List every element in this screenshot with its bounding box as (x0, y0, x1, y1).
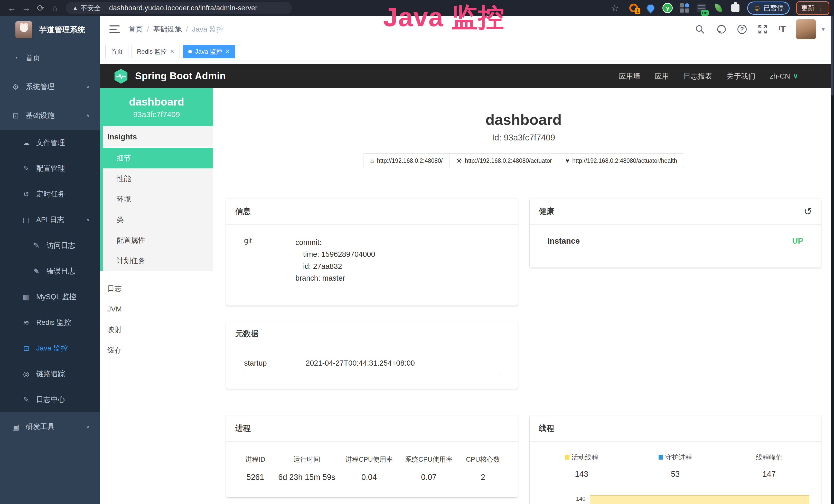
endpoint-actuator-button[interactable]: ⚒ http://192.168.0.2:48080/actuator (449, 153, 559, 168)
extensions-puzzle-icon[interactable] (730, 3, 741, 13)
sba-item-details[interactable]: 细节 (100, 148, 213, 168)
endpoint-buttons: ⌂ http://192.168.0.2:48080/ ⚒ http://192… (226, 153, 821, 168)
browser-back-icon[interactable]: ← (5, 3, 19, 13)
browser-reload-icon[interactable]: ⟳ (34, 3, 48, 13)
sidebar-item-label: 系统管理 (26, 82, 54, 92)
sba-nav-wall[interactable]: 应用墙 (619, 71, 640, 81)
address-bar[interactable]: ▲ 不安全 dashboard.yudao.iocoder.cn/infra/a… (66, 2, 292, 14)
github-icon[interactable] (716, 24, 727, 35)
extension-leaf-icon[interactable] (713, 3, 724, 13)
sba-item-caches[interactable]: 缓存 (100, 340, 213, 361)
breadcrumb-home[interactable]: 首页 (128, 24, 143, 34)
spring-boot-admin-frame: Spring Boot Admin 应用墙 应用 日志报表 关于我们 zh-CN… (100, 64, 834, 504)
sba-instance-sidebar: dashboard 93a3fc7f7409 Insights 细节 性能 环境… (100, 88, 213, 504)
legend-daemon-threads: 守护进程 (629, 453, 722, 462)
profile-avatar-emoji-icon: ☺ (753, 4, 761, 12)
sidebar-item-file-management[interactable]: ☁ 文件管理 (0, 130, 100, 156)
sba-item-mappings[interactable]: 映射 (100, 319, 213, 340)
health-instance-row[interactable]: Instance UP (548, 236, 804, 254)
extension-pin-icon[interactable] (645, 3, 656, 13)
insights-group: Insights 细节 性能 环境 类 配置属性 计划任务 (100, 126, 213, 271)
sba-locale-select[interactable]: zh-CN ∨ (770, 72, 798, 81)
extension-on-icon[interactable]: on (696, 3, 707, 13)
sidebar-item-home[interactable]: ◔ 首页 (0, 44, 100, 72)
sba-brand[interactable]: Spring Boot Admin (113, 68, 226, 84)
metadata-startup-value: 2021-04-27T00:44:31.254+08:00 (306, 359, 415, 367)
layers-icon: ≋ (22, 318, 30, 327)
sba-item-jvm[interactable]: JVM (100, 299, 213, 319)
user-avatar[interactable] (796, 19, 816, 39)
screen: ← → ⟳ ⌂ ▲ 不安全 dashboard.yudao.iocoder.cn… (0, 0, 834, 504)
browser-update-button[interactable]: 更新 ⋮ (796, 1, 829, 15)
sidebar-item-tracing[interactable]: ◎ 链路追踪 (0, 361, 100, 387)
sidebar-item-dev-tools[interactable]: ▣ 研发工具 ∨ (0, 412, 100, 441)
sidebar-item-system-management[interactable]: ⚙ 系统管理 ∨ (0, 72, 100, 101)
sidebar-item-error-logs[interactable]: ✎ 错误日志 (0, 258, 100, 284)
tab-close-icon[interactable]: ✕ (225, 48, 230, 55)
sba-locale-label: zh-CN (770, 72, 790, 81)
sba-item-environment[interactable]: 环境 (100, 189, 213, 209)
help-icon[interactable]: ? (738, 25, 747, 34)
sidebar-item-label: Redis 监控 (36, 318, 71, 327)
fullscreen-icon[interactable] (757, 24, 768, 35)
sidebar-fold-icon[interactable] (109, 25, 120, 33)
app-logo-row[interactable]: 芋道管理系统 (0, 16, 100, 44)
breadcrumb-separator: / (186, 25, 188, 33)
sba-nav-applications[interactable]: 应用 (655, 71, 669, 81)
security-warning-icon: ▲ (72, 5, 78, 11)
wrench-icon: ⚒ (456, 157, 462, 164)
browser-home-icon[interactable]: ⌂ (48, 3, 62, 13)
sidebar-item-mysql-monitor[interactable]: ▦ MySQL 监控 (0, 284, 100, 310)
health-instance-label: Instance (548, 236, 580, 246)
endpoint-url: http://192.168.0.2:48080/ (377, 157, 443, 164)
sba-item-config-props[interactable]: 配置属性 (100, 230, 213, 251)
eye-icon: ◎ (22, 370, 30, 378)
instance-name: dashboard (129, 96, 184, 108)
sidebar-item-label: 研发工具 (26, 422, 54, 432)
process-value-system-cpu: 0.07 (399, 473, 459, 482)
tab-close-icon[interactable]: ✕ (170, 48, 174, 55)
browser-forward-icon[interactable]: → (19, 3, 34, 13)
avatar-caret-down-icon[interactable]: ▾ (822, 26, 825, 33)
sba-item-metrics[interactable]: 性能 (100, 168, 213, 189)
edit-document-icon: ✎ (32, 267, 41, 275)
sba-nav-journal[interactable]: 日志报表 (683, 71, 712, 81)
sidebar-item-infrastructure[interactable]: ⊡ 基础设施 ∧ (0, 101, 100, 130)
font-size-icon[interactable]: ᵗT (778, 24, 786, 34)
tab-java-monitor[interactable]: Java 监控 ✕ (183, 45, 235, 58)
sba-item-classes[interactable]: 类 (100, 209, 213, 230)
extension-grid-icon[interactable] (679, 3, 690, 13)
health-history-icon[interactable]: ↺ (804, 207, 812, 216)
tab-label: Redis 监控 (137, 47, 167, 56)
window-scrollbar-thumb[interactable] (831, 16, 833, 95)
sidebar-item-java-monitor[interactable]: ⊡ Java 监控 (0, 335, 100, 361)
sidebar-item-label: 错误日志 (46, 266, 75, 276)
endpoint-health-button[interactable]: ♥ http://192.168.0.2:48080/actuator/heal… (559, 153, 684, 168)
tab-home[interactable]: 首页 (105, 45, 128, 58)
bookmark-star-icon[interactable]: ☆ (608, 3, 622, 13)
sba-item-scheduled-tasks[interactable]: 计划任务 (100, 251, 213, 271)
edit-document-icon: ✎ (32, 241, 41, 250)
info-card: 信息 git commit: time: 1596289704000 (226, 199, 518, 305)
search-icon[interactable] (694, 24, 706, 35)
sidebar-item-access-logs[interactable]: ✎ 访问日志 (0, 233, 100, 258)
instance-header: dashboard 93a3fc7f7409 (100, 88, 213, 126)
sidebar-item-log-center[interactable]: ✎ 日志中心 (0, 387, 100, 412)
sba-item-logs[interactable]: 日志 (100, 278, 213, 299)
extension-y-icon[interactable]: y (662, 3, 673, 13)
infrastructure-submenu: ☁ 文件管理 ✎ 配置管理 ↺ 定时任务 ▤ API 日志 ∧ ✎ (0, 130, 100, 412)
tab-label: Java 监控 (195, 47, 222, 56)
breadcrumb-infrastructure[interactable]: 基础设施 (153, 24, 182, 34)
sidebar-item-config-management[interactable]: ✎ 配置管理 (0, 156, 100, 181)
heartbeat-icon: ♥ (566, 157, 569, 164)
sidebar-item-redis-monitor[interactable]: ≋ Redis 监控 (0, 310, 100, 335)
extension-orange-icon[interactable]: 1 (629, 3, 639, 13)
briefcase-icon: ▣ (11, 422, 20, 431)
window-scrollbar[interactable] (831, 16, 834, 504)
sidebar-item-api-logs[interactable]: ▤ API 日志 ∧ (0, 207, 100, 233)
tab-redis-monitor[interactable]: Redis 监控 ✕ (132, 45, 180, 58)
endpoint-home-button[interactable]: ⌂ http://192.168.0.2:48080/ (363, 153, 449, 168)
sba-nav-about[interactable]: 关于我们 (727, 71, 755, 81)
profile-paused-badge[interactable]: ☺ 已暂停 (747, 2, 790, 15)
sidebar-item-scheduled-jobs[interactable]: ↺ 定时任务 (0, 181, 100, 207)
